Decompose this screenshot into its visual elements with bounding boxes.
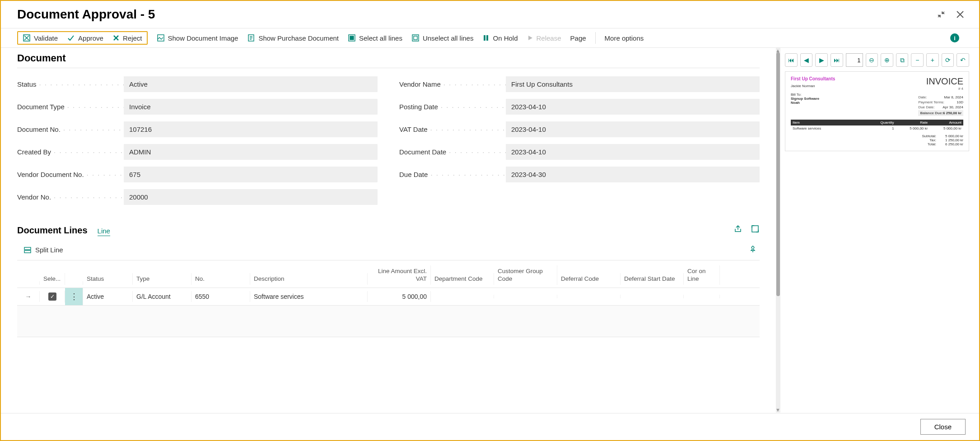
close-icon[interactable]: [954, 8, 966, 21]
status-label: Status: [17, 80, 124, 88]
more-options-label: More options: [605, 34, 644, 42]
postingdate-label: Posting Date: [399, 103, 506, 111]
col-desc[interactable]: Description: [250, 273, 368, 285]
pin-icon[interactable]: [749, 245, 757, 255]
col-no[interactable]: No.: [191, 273, 250, 285]
close-button[interactable]: Close: [920, 419, 966, 435]
more-options-button[interactable]: More options: [605, 34, 644, 42]
release-button[interactable]: Release: [527, 34, 561, 42]
on-hold-button[interactable]: On Hold: [482, 34, 518, 42]
row-checkbox[interactable]: ✓: [48, 292, 56, 301]
approve-button[interactable]: Approve: [67, 34, 103, 42]
page-number-input[interactable]: [846, 53, 863, 67]
line-tab[interactable]: Line: [98, 227, 110, 236]
toolbar-divider: [595, 32, 596, 44]
preview-billto: Signup Software Noah: [791, 97, 835, 105]
next-page-icon[interactable]: ▶: [815, 53, 828, 67]
document-lines-table: Sele... Status Type No. Description Line…: [17, 260, 760, 337]
share-icon[interactable]: [733, 224, 742, 235]
svg-rect-7: [350, 36, 354, 40]
col-sele[interactable]: Sele...: [40, 273, 65, 285]
reject-label: Reject: [123, 34, 142, 42]
page-label: Page: [570, 34, 586, 42]
select-all-button[interactable]: Select all lines: [348, 34, 402, 42]
document-lines-title: Document Lines: [17, 225, 88, 236]
zoom-in-icon[interactable]: ⊕: [881, 53, 893, 67]
col-cor[interactable]: Cor on Line: [684, 265, 720, 285]
pdf-toolbar: ⏮ ◀ ▶ ⏭ ⊖ ⊕ ⧉ − + ⟳ ↶: [785, 53, 969, 67]
zoom-out-icon[interactable]: ⊖: [866, 53, 878, 67]
vatdate-value: 2023-04-10: [506, 121, 760, 137]
show-purchase-doc-label: Show Purchase Document: [258, 34, 339, 42]
plus-icon[interactable]: +: [926, 53, 939, 67]
undo-icon[interactable]: ↶: [957, 53, 969, 67]
docno-value: 107216: [124, 121, 378, 137]
svg-rect-10: [484, 35, 485, 41]
col-deferral[interactable]: Deferral Code: [557, 273, 621, 285]
highlighted-actions: Validate Approve Reject: [17, 31, 148, 45]
show-doc-image-button[interactable]: Show Document Image: [157, 34, 238, 42]
col-amount[interactable]: Line Amount Excl. VAT: [368, 265, 431, 285]
on-hold-label: On Hold: [493, 34, 518, 42]
row-arrow-icon[interactable]: →: [17, 291, 40, 302]
col-dept[interactable]: Department Code: [431, 273, 494, 285]
minus-icon[interactable]: −: [911, 53, 924, 67]
vatdate-label: VAT Date: [399, 125, 506, 133]
preview-vendor: First Up Consultants: [791, 76, 835, 81]
reject-button[interactable]: Reject: [112, 34, 142, 42]
refresh-icon[interactable]: ⟳: [942, 53, 954, 67]
status-value: Active: [124, 76, 378, 92]
preview-title: INVOICE: [918, 76, 963, 87]
popout-icon[interactable]: ⧉: [896, 53, 909, 67]
approve-label: Approve: [78, 34, 103, 42]
row-defstart: [621, 295, 684, 298]
info-icon[interactable]: i: [950, 33, 959, 42]
validate-label: Validate: [34, 34, 58, 42]
col-type[interactable]: Type: [133, 273, 191, 285]
vendorno-label: Vendor No.: [17, 193, 124, 201]
createdby-label: Created By: [17, 148, 124, 156]
row-amount: 5 000,00: [368, 291, 431, 302]
table-row[interactable]: → ✓ ⋮ Active G/L Account 6550 Software s…: [17, 288, 760, 306]
toolbar: Validate Approve Reject Show Document Im…: [1, 28, 979, 48]
row-cor: [684, 295, 720, 298]
row-status: Active: [83, 291, 133, 302]
col-status[interactable]: Status: [83, 273, 133, 285]
first-page-icon[interactable]: ⏮: [785, 53, 798, 67]
vendorno-value: 20000: [124, 189, 378, 205]
docno-label: Document No.: [17, 125, 124, 133]
vendordocno-label: Vendor Document No.: [17, 171, 124, 178]
row-deferral: [557, 295, 621, 298]
createdby-value: ADMIN: [124, 144, 378, 160]
collapse-icon[interactable]: [935, 8, 947, 21]
expand-icon[interactable]: [751, 224, 760, 235]
page-button[interactable]: Page: [570, 34, 586, 42]
preview-title-sub: # 4: [918, 87, 963, 91]
row-desc: Software services: [250, 291, 368, 302]
doctype-label: Document Type: [17, 103, 124, 111]
scrollbar[interactable]: ▲ ▼: [776, 48, 780, 413]
row-menu-icon[interactable]: ⋮: [65, 288, 83, 305]
validate-button[interactable]: Validate: [23, 34, 58, 42]
row-type: G/L Account: [133, 291, 191, 302]
col-cust[interactable]: Customer Group Code: [494, 265, 557, 285]
vendorname-value: First Up Consultants: [506, 76, 760, 92]
show-purchase-doc-button[interactable]: Show Purchase Document: [247, 34, 339, 42]
split-line-button[interactable]: Split Line: [23, 246, 63, 254]
unselect-all-label: Unselect all lines: [423, 34, 474, 42]
vendorname-label: Vendor Name: [399, 80, 506, 88]
duedate-value: 2023-04-30: [506, 167, 760, 182]
duedate-label: Due Date: [399, 171, 506, 178]
documentdate-value: 2023-04-10: [506, 144, 760, 160]
select-all-label: Select all lines: [359, 34, 402, 42]
split-line-label: Split Line: [35, 246, 63, 254]
svg-rect-12: [752, 226, 758, 232]
last-page-icon[interactable]: ⏭: [831, 53, 843, 67]
postingdate-value: 2023-04-10: [506, 99, 760, 115]
prev-page-icon[interactable]: ◀: [800, 53, 813, 67]
doctype-value: Invoice: [124, 99, 378, 115]
col-defstart[interactable]: Deferral Start Date: [621, 273, 684, 285]
unselect-all-button[interactable]: Unselect all lines: [411, 34, 474, 42]
show-doc-image-label: Show Document Image: [168, 34, 238, 42]
preview-billto-label: Bill To:: [791, 93, 835, 97]
